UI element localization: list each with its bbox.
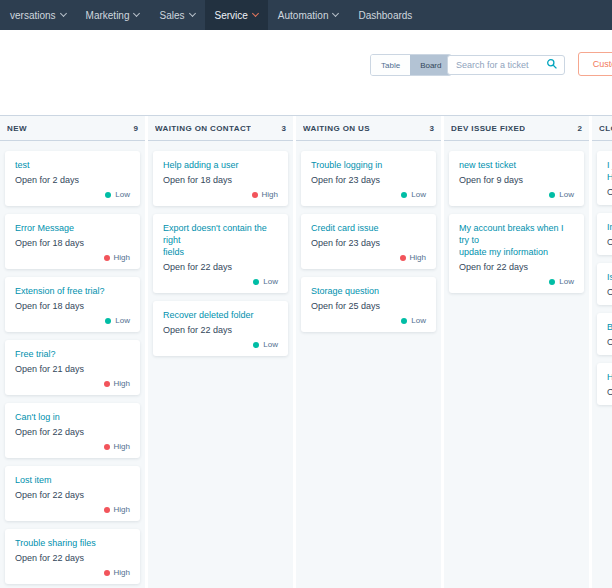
ticket-title-link[interactable]: Can't log in [15, 411, 130, 423]
ticket-card[interactable]: InO [597, 213, 612, 255]
ticket-open-duration: Open for 18 days [163, 174, 278, 186]
priority-label: High [114, 380, 130, 388]
priority-label: High [114, 506, 130, 514]
nav-item-sales[interactable]: Sales [149, 0, 204, 30]
priority-dot-icon [105, 192, 111, 198]
priority-label: Low [263, 278, 278, 286]
board-toolbar: Table Board Customize [0, 54, 612, 78]
ticket-title-link[interactable]: In [607, 221, 612, 233]
ticket-card[interactable]: BiO [597, 313, 612, 355]
priority-dot-icon [104, 381, 110, 387]
ticket-open-duration: Open for 22 days [163, 261, 278, 273]
ticket-priority: Low [459, 278, 574, 286]
ticket-card[interactable]: testOpen for 2 daysLow [5, 151, 140, 206]
ticket-card[interactable]: Trouble sharing filesOpen for 22 daysHig… [5, 529, 140, 584]
column-title: NEW [7, 124, 27, 133]
column-title: WAITING ON US [303, 124, 370, 133]
board-view-button[interactable]: Board [410, 55, 451, 75]
ticket-open-duration: Open for 2 days [15, 174, 130, 186]
priority-label: Low [115, 317, 130, 325]
nav-item-versations[interactable]: versations [0, 0, 76, 30]
ticket-card[interactable]: IsO [597, 263, 612, 305]
ticket-title-link[interactable]: Storage question [311, 285, 426, 297]
ticket-card[interactable]: Export doesn't contain the right fieldsO… [153, 214, 288, 293]
column-ticket-count: 3 [282, 124, 286, 133]
nav-item-label: Automation [278, 10, 329, 21]
priority-dot-icon [105, 318, 111, 324]
ticket-card[interactable]: Trouble logging inOpen for 23 daysLow [301, 151, 436, 206]
priority-label: Low [115, 191, 130, 199]
ticket-open-duration: O [607, 386, 612, 398]
ticket-title-link[interactable]: new test ticket [459, 159, 574, 171]
ticket-title-link[interactable]: Trouble logging in [311, 159, 426, 171]
priority-label: High [114, 254, 130, 262]
ticket-card[interactable]: Lost itemOpen for 22 daysHigh [5, 466, 140, 521]
column-header: DEV ISSUE FIXED2 [444, 116, 589, 141]
ticket-title-link[interactable]: Recover deleted folder [163, 309, 278, 321]
ticket-card[interactable]: Help adding a userOpen for 18 daysHigh [153, 151, 288, 206]
priority-label: Low [411, 191, 426, 199]
priority-label: Low [263, 341, 278, 349]
ticket-open-duration: Open for 22 days [459, 261, 574, 273]
priority-dot-icon [401, 192, 407, 198]
ticket-title-link[interactable]: Bi [607, 321, 612, 333]
ticket-card[interactable]: I j HO [597, 151, 612, 205]
nav-menu: versationsMarketingSalesServiceAutomatio… [0, 0, 422, 30]
ticket-title-link[interactable]: Credit card issue [311, 222, 426, 234]
chevron-down-icon [252, 10, 259, 17]
ticket-title-link[interactable]: Extension of free trial? [15, 285, 130, 297]
ticket-card[interactable]: Storage questionOpen for 25 daysLow [301, 277, 436, 332]
ticket-title-link[interactable]: Export doesn't contain the right fields [163, 222, 278, 258]
ticket-card[interactable]: Error MessageOpen for 18 daysHigh [5, 214, 140, 269]
ticket-card[interactable]: Free trial?Open for 21 daysHigh [5, 340, 140, 395]
ticket-title-link[interactable]: Free trial? [15, 348, 130, 360]
board-column-closed: CLOSEDI j HOInOIsOBiOHO [592, 116, 612, 588]
ticket-title-link[interactable]: Error Message [15, 222, 130, 234]
ticket-search [447, 54, 565, 74]
ticket-priority: High [15, 506, 130, 514]
ticket-open-duration: O [607, 186, 612, 198]
ticket-priority: High [311, 254, 426, 262]
ticket-card[interactable]: Recover deleted folderOpen for 22 daysLo… [153, 301, 288, 356]
ticket-card[interactable]: Extension of free trial?Open for 18 days… [5, 277, 140, 332]
ticket-title-link[interactable]: Help adding a user [163, 159, 278, 171]
customize-button[interactable]: Customize [578, 52, 612, 76]
ticket-card[interactable]: Can't log inOpen for 22 daysHigh [5, 403, 140, 458]
ticket-priority: Low [15, 191, 130, 199]
table-view-button[interactable]: Table [371, 55, 410, 75]
ticket-title-link[interactable]: Trouble sharing files [15, 537, 130, 549]
top-navbar: versationsMarketingSalesServiceAutomatio… [0, 0, 612, 30]
column-header: WAITING ON US3 [296, 116, 441, 141]
ticket-priority: High [15, 443, 130, 451]
chevron-down-icon [188, 10, 195, 17]
ticket-open-duration: Open for 22 days [15, 489, 130, 501]
ticket-title-link[interactable]: Lost item [15, 474, 130, 486]
priority-label: High [262, 191, 278, 199]
column-header: WAITING ON CONTACT3 [148, 116, 293, 141]
ticket-priority: Low [311, 317, 426, 325]
nav-item-service[interactable]: Service [205, 0, 268, 30]
ticket-title-link[interactable]: H [607, 371, 612, 383]
ticket-card[interactable]: Credit card issueOpen for 23 daysHigh [301, 214, 436, 269]
ticket-title-link[interactable]: I j H [607, 159, 612, 183]
priority-dot-icon [104, 255, 110, 261]
ticket-priority: Low [459, 191, 574, 199]
ticket-title-link[interactable]: My account breaks when I try to update m… [459, 222, 574, 258]
ticket-card[interactable]: HO [597, 363, 612, 405]
column-cards: I j HOInOIsOBiOHO [592, 141, 612, 588]
ticket-open-duration: Open for 23 days [311, 237, 426, 249]
ticket-title-link[interactable]: test [15, 159, 130, 171]
ticket-card[interactable]: My account breaks when I try to update m… [449, 214, 584, 293]
column-header: CLOSED [592, 116, 612, 141]
ticket-open-duration: O [607, 286, 612, 298]
column-title: DEV ISSUE FIXED [451, 124, 525, 133]
ticket-title-link[interactable]: Is [607, 271, 612, 283]
ticket-card[interactable]: new test ticketOpen for 9 daysLow [449, 151, 584, 206]
nav-item-marketing[interactable]: Marketing [76, 0, 150, 30]
priority-dot-icon [104, 507, 110, 513]
nav-item-automation[interactable]: Automation [268, 0, 349, 30]
nav-item-dashboards[interactable]: Dashboards [348, 0, 422, 30]
priority-dot-icon [549, 192, 555, 198]
nav-item-label: Sales [159, 10, 184, 21]
ticket-open-duration: O [607, 236, 612, 248]
